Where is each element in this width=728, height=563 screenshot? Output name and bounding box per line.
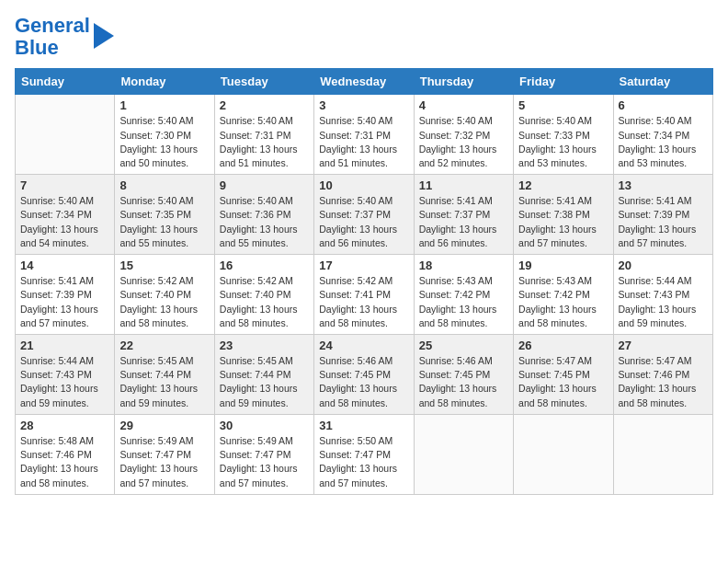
day-number: 27 — [619, 339, 708, 352]
day-info: Sunrise: 5:47 AM Sunset: 7:46 PM Dayligh… — [619, 354, 708, 410]
calendar-cell: 25Sunrise: 5:46 AM Sunset: 7:45 PM Dayli… — [414, 335, 513, 415]
day-info: Sunrise: 5:50 AM Sunset: 7:47 PM Dayligh… — [319, 434, 408, 490]
day-info: Sunrise: 5:46 AM Sunset: 7:45 PM Dayligh… — [319, 354, 408, 410]
col-header-tuesday: Tuesday — [214, 69, 313, 95]
day-info: Sunrise: 5:42 AM Sunset: 7:40 PM Dayligh… — [220, 274, 309, 330]
day-number: 25 — [419, 339, 508, 352]
calendar-week-2: 7Sunrise: 5:40 AM Sunset: 7:34 PM Daylig… — [16, 175, 713, 255]
day-info: Sunrise: 5:40 AM Sunset: 7:36 PM Dayligh… — [220, 194, 309, 250]
day-info: Sunrise: 5:40 AM Sunset: 7:35 PM Dayligh… — [119, 194, 209, 250]
col-header-thursday: Thursday — [414, 69, 513, 95]
day-number: 11 — [419, 178, 508, 192]
day-number: 20 — [619, 259, 708, 272]
calendar-cell: 5Sunrise: 5:40 AM Sunset: 7:33 PM Daylig… — [514, 95, 613, 175]
calendar-cell: 30Sunrise: 5:49 AM Sunset: 7:47 PM Dayli… — [214, 414, 313, 494]
calendar-cell: 23Sunrise: 5:45 AM Sunset: 7:44 PM Dayli… — [214, 335, 313, 415]
day-number: 31 — [319, 419, 408, 432]
day-number: 10 — [319, 178, 408, 192]
day-info: Sunrise: 5:41 AM Sunset: 7:39 PM Dayligh… — [619, 194, 708, 250]
day-info: Sunrise: 5:41 AM Sunset: 7:39 PM Dayligh… — [20, 274, 109, 330]
day-number: 26 — [518, 339, 608, 352]
day-number: 18 — [419, 259, 508, 272]
calendar-cell: 19Sunrise: 5:43 AM Sunset: 7:42 PM Dayli… — [514, 255, 613, 335]
page-header: General Blue — [15, 15, 713, 59]
calendar-cell: 26Sunrise: 5:47 AM Sunset: 7:45 PM Dayli… — [514, 335, 613, 415]
day-info: Sunrise: 5:41 AM Sunset: 7:38 PM Dayligh… — [518, 194, 608, 250]
day-info: Sunrise: 5:40 AM Sunset: 7:37 PM Dayligh… — [319, 194, 408, 250]
calendar-cell: 15Sunrise: 5:42 AM Sunset: 7:40 PM Dayli… — [115, 255, 214, 335]
calendar-cell: 4Sunrise: 5:40 AM Sunset: 7:32 PM Daylig… — [414, 95, 513, 175]
day-info: Sunrise: 5:42 AM Sunset: 7:40 PM Dayligh… — [119, 274, 209, 330]
day-info: Sunrise: 5:43 AM Sunset: 7:42 PM Dayligh… — [518, 274, 608, 330]
calendar-cell: 11Sunrise: 5:41 AM Sunset: 7:37 PM Dayli… — [414, 175, 513, 255]
day-info: Sunrise: 5:40 AM Sunset: 7:31 PM Dayligh… — [319, 114, 408, 170]
calendar-week-1: 1Sunrise: 5:40 AM Sunset: 7:30 PM Daylig… — [16, 95, 713, 175]
calendar-cell: 2Sunrise: 5:40 AM Sunset: 7:31 PM Daylig… — [214, 95, 313, 175]
calendar-cell: 31Sunrise: 5:50 AM Sunset: 7:47 PM Dayli… — [314, 414, 414, 494]
day-info: Sunrise: 5:44 AM Sunset: 7:43 PM Dayligh… — [619, 274, 708, 330]
day-info: Sunrise: 5:43 AM Sunset: 7:42 PM Dayligh… — [419, 274, 508, 330]
day-number: 14 — [20, 259, 109, 272]
calendar-cell: 3Sunrise: 5:40 AM Sunset: 7:31 PM Daylig… — [314, 95, 414, 175]
day-number: 4 — [419, 98, 508, 112]
calendar-cell: 24Sunrise: 5:46 AM Sunset: 7:45 PM Dayli… — [314, 335, 414, 415]
calendar-cell: 27Sunrise: 5:47 AM Sunset: 7:46 PM Dayli… — [613, 335, 712, 415]
calendar-cell: 16Sunrise: 5:42 AM Sunset: 7:40 PM Dayli… — [214, 255, 313, 335]
calendar-cell: 14Sunrise: 5:41 AM Sunset: 7:39 PM Dayli… — [16, 255, 115, 335]
calendar-cell: 8Sunrise: 5:40 AM Sunset: 7:35 PM Daylig… — [115, 175, 214, 255]
day-number: 7 — [20, 178, 109, 192]
day-number: 30 — [220, 419, 309, 432]
calendar-cell: 22Sunrise: 5:45 AM Sunset: 7:44 PM Dayli… — [115, 335, 214, 415]
calendar-week-3: 14Sunrise: 5:41 AM Sunset: 7:39 PM Dayli… — [16, 255, 713, 335]
day-number: 16 — [220, 259, 309, 272]
calendar-cell: 20Sunrise: 5:44 AM Sunset: 7:43 PM Dayli… — [613, 255, 712, 335]
calendar-cell: 10Sunrise: 5:40 AM Sunset: 7:37 PM Dayli… — [314, 175, 414, 255]
day-info: Sunrise: 5:40 AM Sunset: 7:34 PM Dayligh… — [20, 194, 109, 250]
day-number: 22 — [119, 339, 209, 352]
calendar-cell: 1Sunrise: 5:40 AM Sunset: 7:30 PM Daylig… — [115, 95, 214, 175]
calendar-cell: 28Sunrise: 5:48 AM Sunset: 7:46 PM Dayli… — [16, 414, 115, 494]
logo-blue: Blue — [15, 36, 59, 59]
calendar-cell: 13Sunrise: 5:41 AM Sunset: 7:39 PM Dayli… — [613, 175, 712, 255]
day-number: 2 — [220, 98, 309, 112]
logo-text: General Blue — [15, 15, 90, 59]
day-info: Sunrise: 5:40 AM Sunset: 7:33 PM Dayligh… — [518, 114, 608, 170]
calendar-week-5: 28Sunrise: 5:48 AM Sunset: 7:46 PM Dayli… — [16, 414, 713, 494]
logo-general: General — [15, 14, 90, 37]
day-info: Sunrise: 5:47 AM Sunset: 7:45 PM Dayligh… — [518, 354, 608, 410]
calendar-cell — [16, 95, 115, 175]
day-number: 29 — [119, 419, 209, 432]
day-number: 28 — [20, 419, 109, 432]
day-info: Sunrise: 5:45 AM Sunset: 7:44 PM Dayligh… — [220, 354, 309, 410]
col-header-wednesday: Wednesday — [314, 69, 414, 95]
calendar-week-4: 21Sunrise: 5:44 AM Sunset: 7:43 PM Dayli… — [16, 335, 713, 415]
calendar-header-row: SundayMondayTuesdayWednesdayThursdayFrid… — [16, 69, 713, 95]
day-info: Sunrise: 5:42 AM Sunset: 7:41 PM Dayligh… — [319, 274, 408, 330]
day-number: 8 — [119, 178, 209, 192]
day-info: Sunrise: 5:49 AM Sunset: 7:47 PM Dayligh… — [119, 434, 209, 490]
day-info: Sunrise: 5:40 AM Sunset: 7:31 PM Dayligh… — [220, 114, 309, 170]
calendar-cell — [514, 414, 613, 494]
calendar-cell: 12Sunrise: 5:41 AM Sunset: 7:38 PM Dayli… — [514, 175, 613, 255]
calendar-cell — [414, 414, 513, 494]
day-info: Sunrise: 5:49 AM Sunset: 7:47 PM Dayligh… — [220, 434, 309, 490]
day-number: 1 — [119, 98, 209, 112]
calendar-cell: 7Sunrise: 5:40 AM Sunset: 7:34 PM Daylig… — [16, 175, 115, 255]
day-number: 9 — [220, 178, 309, 192]
day-info: Sunrise: 5:48 AM Sunset: 7:46 PM Dayligh… — [20, 434, 109, 490]
day-info: Sunrise: 5:45 AM Sunset: 7:44 PM Dayligh… — [119, 354, 209, 410]
logo-arrow-icon — [94, 23, 114, 49]
calendar-cell: 17Sunrise: 5:42 AM Sunset: 7:41 PM Dayli… — [314, 255, 414, 335]
day-number: 5 — [518, 98, 608, 112]
col-header-saturday: Saturday — [613, 69, 712, 95]
day-number: 19 — [518, 259, 608, 272]
col-header-sunday: Sunday — [16, 69, 115, 95]
day-number: 21 — [20, 339, 109, 352]
calendar-cell: 29Sunrise: 5:49 AM Sunset: 7:47 PM Dayli… — [115, 414, 214, 494]
col-header-monday: Monday — [115, 69, 214, 95]
calendar-table: SundayMondayTuesdayWednesdayThursdayFrid… — [15, 68, 713, 494]
day-number: 17 — [319, 259, 408, 272]
calendar-cell: 21Sunrise: 5:44 AM Sunset: 7:43 PM Dayli… — [16, 335, 115, 415]
calendar-cell: 18Sunrise: 5:43 AM Sunset: 7:42 PM Dayli… — [414, 255, 513, 335]
calendar-cell — [613, 414, 712, 494]
